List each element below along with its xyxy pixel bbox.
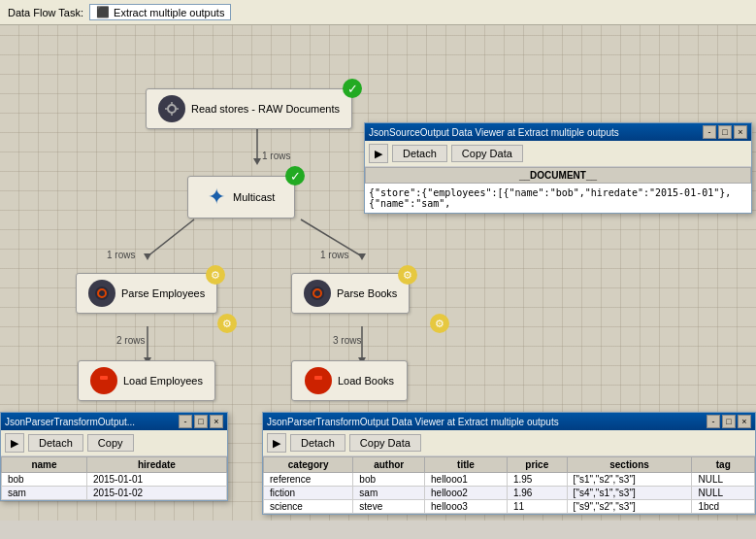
emp-play-btn[interactable]: ▶ (5, 433, 24, 453)
books-viewer: JsonParserTransformOutput Data Viewer at… (262, 412, 756, 515)
table-row: bob2015-01-01 (2, 473, 227, 487)
emp-copy-btn[interactable]: Copy (87, 434, 134, 452)
parse-books-label: Parse Books (337, 287, 397, 299)
json-source-close-btn[interactable]: × (734, 125, 747, 139)
table-cell: science (264, 500, 353, 514)
dataflow-icon: ⬛ (96, 6, 110, 18)
employee-viewer-btns: - □ × (179, 415, 223, 428)
books-detach-btn[interactable]: Detach (290, 434, 345, 452)
json-source-copy-btn[interactable]: Copy Data (451, 145, 523, 162)
title-bar-label: Data Flow Task: (8, 7, 83, 18)
books-col-sections: sections (567, 457, 692, 473)
parse-employees-label: Parse Employees (121, 287, 205, 299)
parse-employees-node[interactable]: Parse Employees ⚙ (76, 273, 217, 314)
books-viewer-toolbar: ▶ Detach Copy Data (263, 430, 755, 456)
parse-books-warn-badge: ⚙ (398, 265, 417, 285)
books-play-btn[interactable]: ▶ (267, 433, 286, 453)
table-cell: 11 (507, 500, 567, 514)
table-cell: 2015-01-02 (86, 487, 226, 500)
emp-detach-btn[interactable]: Detach (28, 434, 83, 452)
parse-employees-warn-badge: ⚙ (206, 265, 225, 285)
svg-marker-1 (253, 158, 261, 165)
read-stores-icon (158, 95, 185, 122)
json-col-header: __DOCUMENT__ (365, 167, 751, 184)
parse-books-node[interactable]: Parse Books ⚙ (291, 273, 410, 314)
svg-rect-23 (314, 376, 322, 380)
table-cell: hellooo1 (425, 473, 508, 487)
table-cell: 1bcd (692, 500, 755, 514)
flow-canvas: Read stores - RAW Documents ✓ 1 rows ✦ M… (0, 25, 756, 521)
table-cell: 2015-01-01 (86, 473, 226, 487)
load-books-node[interactable]: Load Books (291, 360, 408, 401)
books-max-btn[interactable]: □ (722, 415, 736, 428)
books-col-price: price (507, 457, 567, 473)
json-source-titlebar: JsonSourceOutput Data Viewer at Extract … (365, 123, 751, 141)
table-row: sciencestevehellooo311["s9","s2","s3"]1b… (264, 500, 755, 514)
emp-close-btn[interactable]: × (210, 415, 223, 428)
books-table: category author title price sections tag… (263, 456, 755, 514)
title-bar: Data Flow Task: ⬛ Extract multiple outpu… (0, 0, 756, 25)
table-cell: steve (353, 500, 425, 514)
svg-rect-21 (100, 376, 108, 380)
json-source-max-btn[interactable]: □ (718, 125, 732, 139)
read-stores-node[interactable]: Read stores - RAW Documents ✓ (146, 88, 352, 129)
load-books-icon (305, 367, 332, 394)
employee-viewer-title: JsonParserTransformOutput... (5, 417, 179, 427)
task-name: Extract multiple outputs (114, 7, 224, 18)
books-table-area: category author title price sections tag… (263, 456, 755, 514)
row-label-books-load: 3 rows (333, 334, 361, 346)
emp-col-name: name (2, 457, 87, 473)
load-employees-node[interactable]: Load Employees (78, 360, 215, 401)
table-cell: reference (264, 473, 353, 487)
table-cell: ["s4","s1","s3"] (567, 487, 692, 500)
books-viewer-btns: - □ × (707, 415, 751, 428)
table-cell: sam (2, 487, 87, 500)
emp-max-btn[interactable]: □ (194, 415, 208, 428)
read-stores-check-badge: ✓ (343, 79, 362, 98)
table-cell: 1.96 (507, 487, 567, 500)
json-source-content-area: __DOCUMENT__ {"store":{"employees":[{"na… (365, 167, 751, 213)
employee-table: name hiredate bob2015-01-01sam2015-01-02 (1, 456, 227, 500)
employee-viewer-toolbar: ▶ Detach Copy (1, 430, 227, 456)
table-cell: hellooo2 (425, 487, 508, 500)
multicast-node[interactable]: ✦ Multicast ✓ (187, 176, 295, 219)
json-source-viewer: JsonSourceOutput Data Viewer at Extract … (364, 122, 752, 214)
table-cell: bob (2, 473, 87, 487)
employee-viewer-titlebar: JsonParserTransformOutput... - □ × (1, 413, 227, 430)
books-col-category: category (264, 457, 353, 473)
table-cell: 1.95 (507, 473, 567, 487)
emp-min-btn[interactable]: - (179, 415, 192, 428)
parse-employees-icon (88, 280, 115, 307)
table-row: fictionsamhellooo21.96["s4","s1","s3"]NU… (264, 487, 755, 500)
load-books-label: Load Books (338, 375, 394, 387)
table-row: sam2015-01-02 (2, 487, 227, 500)
json-source-toolbar: ▶ Detach Copy Data (365, 141, 751, 167)
table-row: referencebobhellooo11.95["s1","s2","s3"]… (264, 473, 755, 487)
books-min-btn[interactable]: - (707, 415, 720, 428)
json-source-play-btn[interactable]: ▶ (369, 144, 388, 163)
load-employees-label: Load Employees (123, 375, 203, 387)
row-label-multi-emp: 1 rows (107, 249, 135, 260)
table-cell: NULL (692, 487, 755, 500)
svg-line-2 (148, 219, 194, 256)
books-copy-btn[interactable]: Copy Data (349, 434, 421, 452)
multicast-check-badge: ✓ (285, 166, 305, 185)
books-viewer-title: JsonParserTransformOutput Data Viewer at… (267, 417, 707, 427)
table-cell: ["s1","s2","s3"] (567, 473, 692, 487)
svg-marker-3 (144, 253, 151, 260)
books-col-title: title (425, 457, 508, 473)
books-col-tag: tag (692, 457, 755, 473)
json-source-min-btn[interactable]: - (703, 125, 716, 139)
books-col-author: author (353, 457, 425, 473)
emp-load-warn-badge: ⚙ (217, 314, 237, 333)
json-source-titlebar-btns: - □ × (703, 125, 747, 139)
table-cell: bob (353, 473, 425, 487)
books-close-btn[interactable]: × (738, 415, 751, 428)
employee-viewer: JsonParserTransformOutput... - □ × ▶ Det… (0, 412, 228, 501)
svg-rect-22 (312, 379, 324, 387)
emp-col-hiredate: hiredate (86, 457, 226, 473)
svg-marker-5 (358, 253, 366, 260)
json-source-detach-btn[interactable]: Detach (392, 145, 447, 162)
table-cell: ["s9","s2","s3"] (567, 500, 692, 514)
table-cell: sam (353, 487, 425, 500)
